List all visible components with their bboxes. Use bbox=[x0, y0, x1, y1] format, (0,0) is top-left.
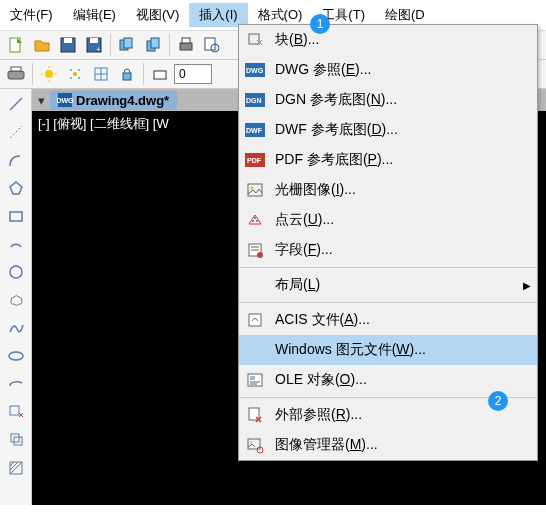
menu-raster[interactable]: 光栅图像(I)... bbox=[239, 175, 537, 205]
menu-dgn-ref[interactable]: DGN DGN 参考底图(N)... bbox=[239, 85, 537, 115]
svg-text:DWF: DWF bbox=[246, 127, 263, 134]
menu-pdf-ref[interactable]: PDF PDF 参考底图(P)... bbox=[239, 145, 537, 175]
svg-point-23 bbox=[78, 69, 80, 71]
copy-multi-icon[interactable] bbox=[115, 33, 139, 57]
polygon-icon[interactable] bbox=[5, 177, 27, 199]
freeze-icon[interactable] bbox=[89, 62, 113, 86]
svg-rect-9 bbox=[151, 38, 159, 48]
copy-icon[interactable] bbox=[141, 33, 165, 57]
circle-icon[interactable] bbox=[5, 261, 27, 283]
spline-icon[interactable] bbox=[5, 317, 27, 339]
insert-block-icon[interactable] bbox=[5, 401, 27, 423]
lock-icon[interactable] bbox=[115, 62, 139, 86]
svg-marker-33 bbox=[10, 182, 22, 194]
svg-rect-62 bbox=[249, 314, 261, 326]
lineweight-swatch[interactable] bbox=[148, 62, 172, 86]
svg-line-41 bbox=[10, 462, 14, 466]
empty-icon bbox=[245, 275, 265, 295]
svg-rect-15 bbox=[11, 67, 21, 71]
svg-rect-10 bbox=[180, 43, 192, 50]
pdf-icon: PDF bbox=[245, 150, 265, 170]
acis-icon bbox=[245, 310, 265, 330]
annotation-badge-2: 2 bbox=[488, 391, 508, 411]
svg-point-36 bbox=[9, 352, 23, 360]
ellipse-icon[interactable] bbox=[5, 345, 27, 367]
menu-file[interactable]: 文件(F) bbox=[0, 3, 63, 27]
sun-icon[interactable] bbox=[37, 62, 61, 86]
menu-dwg-ref[interactable]: DWG DWG 参照(E)... bbox=[239, 55, 537, 85]
new-icon[interactable] bbox=[4, 33, 28, 57]
svg-point-21 bbox=[73, 72, 77, 76]
iso-icon[interactable] bbox=[63, 62, 87, 86]
plot-icon[interactable] bbox=[4, 62, 28, 86]
point-cloud-icon bbox=[245, 210, 265, 230]
svg-rect-34 bbox=[10, 212, 22, 221]
svg-rect-37 bbox=[10, 406, 19, 415]
menu-image-manager[interactable]: 图像管理器(M)... bbox=[239, 430, 537, 460]
ray-icon[interactable] bbox=[5, 121, 27, 143]
svg-rect-4 bbox=[90, 38, 98, 43]
menu-field[interactable]: 字段(F)... bbox=[239, 235, 537, 265]
svg-line-32 bbox=[10, 126, 22, 138]
svg-point-54 bbox=[251, 187, 254, 190]
rectangle-icon[interactable] bbox=[5, 205, 27, 227]
arc2-icon[interactable] bbox=[5, 233, 27, 255]
menu-view[interactable]: 视图(V) bbox=[126, 3, 189, 27]
svg-rect-30 bbox=[154, 71, 166, 79]
svg-point-24 bbox=[70, 77, 72, 79]
raster-image-icon bbox=[245, 180, 265, 200]
menu-layout[interactable]: 布局(L) ▶ bbox=[239, 270, 537, 300]
svg-rect-14 bbox=[8, 71, 24, 79]
ellipse-arc-icon[interactable] bbox=[5, 373, 27, 395]
ole-icon bbox=[245, 370, 265, 390]
svg-text:+: + bbox=[96, 45, 101, 54]
hatch-icon[interactable] bbox=[5, 457, 27, 479]
save-icon[interactable] bbox=[56, 33, 80, 57]
open-icon[interactable] bbox=[30, 33, 54, 57]
svg-text:DGN: DGN bbox=[246, 97, 262, 104]
svg-point-61 bbox=[257, 252, 263, 258]
svg-line-42 bbox=[10, 462, 18, 470]
annotation-badge-1: 1 bbox=[310, 14, 330, 34]
print-icon[interactable] bbox=[174, 33, 198, 57]
lineweight-input[interactable] bbox=[174, 64, 212, 84]
document-tab[interactable]: DWG Drawing4.dwg* bbox=[50, 91, 177, 110]
svg-point-56 bbox=[256, 220, 258, 222]
draw-toolbar bbox=[0, 89, 32, 505]
svg-rect-44 bbox=[249, 34, 259, 44]
print-preview-icon[interactable] bbox=[200, 33, 224, 57]
menu-dwf-ref[interactable]: DWF DWF 参考底图(D)... bbox=[239, 115, 537, 145]
tab-scroll-left-icon[interactable]: ▾ bbox=[32, 93, 50, 108]
svg-point-57 bbox=[254, 217, 256, 219]
svg-rect-7 bbox=[124, 38, 132, 48]
make-block-icon[interactable] bbox=[5, 429, 27, 451]
svg-point-22 bbox=[70, 69, 72, 71]
menu-block[interactable]: 块(B)... bbox=[239, 25, 537, 55]
svg-rect-38 bbox=[11, 434, 19, 442]
svg-point-69 bbox=[250, 441, 252, 443]
submenu-arrow-icon: ▶ bbox=[523, 280, 531, 291]
svg-text:DWG: DWG bbox=[246, 67, 264, 74]
svg-point-25 bbox=[78, 77, 80, 79]
empty-icon bbox=[245, 340, 265, 360]
saveas-icon[interactable]: + bbox=[82, 33, 106, 57]
menu-point-cloud[interactable]: 点云(U)... bbox=[239, 205, 537, 235]
dwg-file-icon: DWG bbox=[58, 93, 72, 107]
block-icon bbox=[245, 30, 265, 50]
line-icon[interactable] bbox=[5, 93, 27, 115]
svg-rect-39 bbox=[14, 437, 22, 445]
menu-ole[interactable]: OLE 对象(O)... bbox=[239, 365, 537, 395]
menu-acis[interactable]: ACIS 文件(A)... bbox=[239, 305, 537, 335]
document-tab-label: Drawing4.dwg* bbox=[76, 93, 169, 108]
menu-edit[interactable]: 编辑(E) bbox=[63, 3, 126, 27]
svg-text:PDF: PDF bbox=[247, 157, 262, 164]
svg-rect-11 bbox=[182, 38, 190, 43]
svg-rect-29 bbox=[123, 73, 131, 80]
svg-point-35 bbox=[10, 266, 22, 278]
xref-icon bbox=[245, 405, 265, 425]
dgn-icon: DGN bbox=[245, 90, 265, 110]
menu-wmf[interactable]: Windows 图元文件(W)... bbox=[239, 335, 537, 365]
revcloud-icon[interactable] bbox=[5, 289, 27, 311]
arc-icon[interactable] bbox=[5, 149, 27, 171]
image-manager-icon bbox=[245, 435, 265, 455]
